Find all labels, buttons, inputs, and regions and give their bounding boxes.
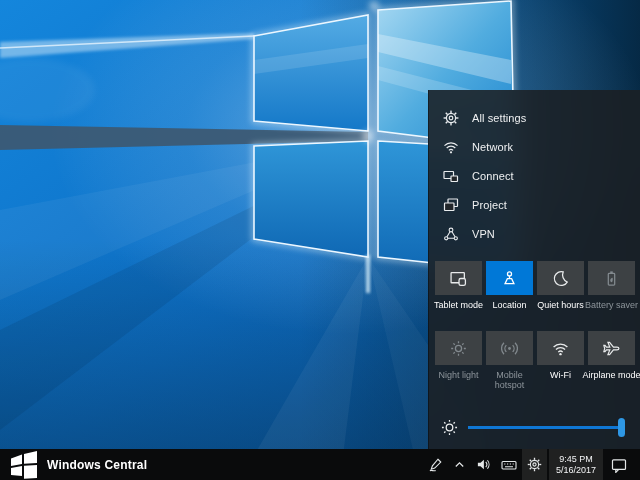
quick-link-connect[interactable]: Connect [429,161,640,190]
project-screens-icon [442,196,459,213]
wifi-icon [537,331,584,365]
brightness-slider[interactable] [468,416,625,438]
tile-label: Airplane mode [588,370,635,380]
tile-label: Mobile hotspot [486,370,533,390]
quick-link-label: Project [472,199,507,211]
action-center-bubble-icon[interactable] [603,449,635,480]
tile-label: Battery saver [588,300,635,310]
quick-link-all-settings[interactable]: All settings [429,103,640,132]
tile-label: Tablet mode [435,300,482,310]
airplane-icon [588,331,635,365]
quick-link-project[interactable]: Project [429,190,640,219]
brightness-sun-icon [441,419,458,436]
quick-link-label: VPN [472,228,495,240]
connect-screens-icon [442,167,459,184]
tile-airplane-mode[interactable]: Airplane mode [588,331,635,390]
quick-link-label: Connect [472,170,514,182]
wifi-icon [442,138,459,155]
tile-label: Night light [435,370,482,380]
tile-tablet-mode[interactable]: Tablet mode [435,261,482,310]
clock-date: 5/16/2017 [556,465,596,476]
tile-label: Location [486,300,533,310]
desktop: All settings Network [0,0,640,480]
tile-mobile-hotspot[interactable]: Mobile hotspot [486,331,533,390]
system-tray: 9:45 PM 5/16/2017 [423,449,640,480]
tile-label: Quiet hours [537,300,584,310]
brightness-slider-thumb[interactable] [618,418,625,437]
quick-link-network[interactable]: Network [429,132,640,161]
quick-links: All settings Network [429,90,640,248]
tile-night-light[interactable]: Night light [435,331,482,390]
volume-icon[interactable] [471,449,496,480]
gear-icon [442,109,459,126]
windows-flag-logo [9,450,39,480]
vpn-nodes-icon [442,225,459,242]
tile-wifi[interactable]: Wi-Fi [537,331,584,390]
moon-icon [537,261,584,295]
watermark-text: Windows Central [47,458,147,472]
quick-link-vpn[interactable]: VPN [429,219,640,248]
brightness-slider-track[interactable] [468,426,625,429]
gear-icon[interactable] [522,449,547,480]
quick-link-label: Network [472,141,513,153]
tablet-mode-icon [435,261,482,295]
clock-time: 9:45 PM [556,454,596,465]
pen-icon[interactable] [423,449,448,480]
brightness-row [441,416,625,438]
battery-leaf-icon [588,261,635,295]
quick-link-label: All settings [472,112,526,124]
hotspot-icon [486,331,533,365]
taskbar-clock[interactable]: 9:45 PM 5/16/2017 [549,449,603,480]
quick-actions-row-1: Tablet mode Location Q [429,261,640,310]
location-pin-icon [486,261,533,295]
keyboard-icon[interactable] [496,449,522,480]
tile-quiet-hours[interactable]: Quiet hours [537,261,584,310]
action-center-panel: All settings Network [428,90,640,449]
tile-battery-saver[interactable]: Battery saver [588,261,635,310]
quick-actions-row-2: Night light Mobile hotspot [429,331,640,390]
taskbar: Windows Central [0,449,640,480]
tile-location[interactable]: Location [486,261,533,310]
windows-central-watermark: Windows Central [0,450,147,480]
sun-icon [435,331,482,365]
tile-label: Wi-Fi [537,370,584,380]
chevron-up-icon[interactable] [448,449,471,480]
